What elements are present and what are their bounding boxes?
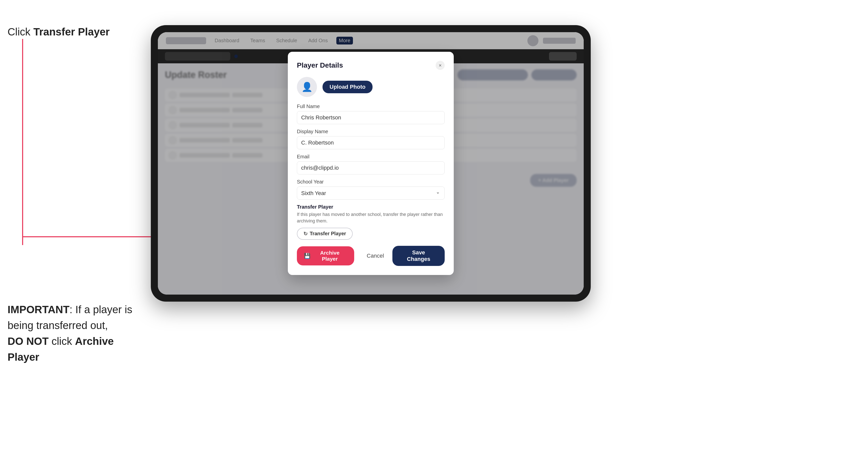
modal-footer: 💾 Archive Player Cancel Save Changes <box>297 246 445 266</box>
instruction-bottom: IMPORTANT: If a player is being transfer… <box>7 302 148 365</box>
transfer-icon: ↻ <box>303 231 308 237</box>
display-name-input[interactable] <box>297 136 445 149</box>
email-label: Email <box>297 154 445 160</box>
school-year-select[interactable]: First Year Second Year Third Year Fourth… <box>297 187 445 199</box>
avatar-circle: 👤 <box>297 77 317 97</box>
display-name-label: Display Name <box>297 129 445 134</box>
email-group: Email <box>297 154 445 175</box>
full-name-label: Full Name <box>297 103 445 109</box>
school-year-group: School Year First Year Second Year Third… <box>297 179 445 199</box>
modal-overlay: Player Details × 👤 Upload Photo <box>158 32 584 294</box>
tablet-screen: Dashboard Teams Schedule Add Ons More <box>158 32 584 294</box>
modal-close-button[interactable]: × <box>436 61 445 70</box>
full-name-group: Full Name <box>297 103 445 124</box>
archive-player-button[interactable]: 💾 Archive Player <box>297 246 354 266</box>
player-details-modal: Player Details × 👤 Upload Photo <box>288 52 454 275</box>
transfer-player-section: Transfer Player If this player has moved… <box>297 204 445 240</box>
upload-photo-button[interactable]: Upload Photo <box>322 81 373 93</box>
modal-header: Player Details × <box>297 61 445 70</box>
full-name-input[interactable] <box>297 111 445 124</box>
transfer-description: If this player has moved to another scho… <box>297 211 445 224</box>
cancel-button[interactable]: Cancel <box>362 249 389 263</box>
tablet-device: Dashboard Teams Schedule Add Ons More <box>151 25 591 302</box>
transfer-section-title: Transfer Player <box>297 204 445 210</box>
instruction-top: Click Transfer Player <box>7 25 110 39</box>
modal-title: Player Details <box>297 61 343 69</box>
email-input[interactable] <box>297 161 445 175</box>
user-avatar-icon: 👤 <box>301 82 313 92</box>
save-changes-button[interactable]: Save Changes <box>393 246 445 266</box>
archive-icon: 💾 <box>304 253 310 259</box>
app-background: Dashboard Teams Schedule Add Ons More <box>158 32 584 294</box>
annotation-vertical-line <box>22 39 23 245</box>
transfer-player-button[interactable]: ↻ Transfer Player <box>297 228 353 240</box>
school-year-label: School Year <box>297 179 445 185</box>
display-name-group: Display Name <box>297 129 445 149</box>
avatar-section: 👤 Upload Photo <box>297 77 445 97</box>
